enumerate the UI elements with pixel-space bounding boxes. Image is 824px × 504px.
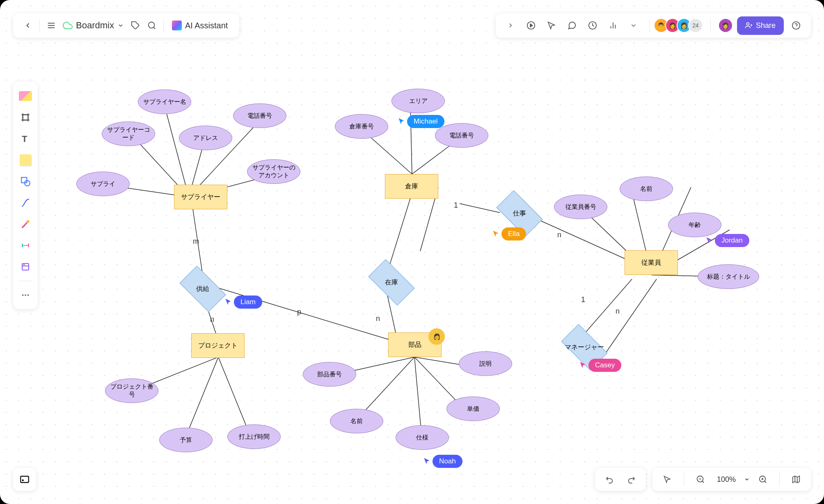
chart-button[interactable]	[605, 17, 621, 34]
zoom-panel: 100%	[652, 468, 811, 491]
back-button[interactable]	[20, 17, 36, 34]
template-tool[interactable]	[16, 258, 34, 276]
entity-supplier[interactable]: サプライヤー	[174, 185, 227, 209]
tag-button[interactable]	[127, 17, 144, 34]
svg-line-37	[153, 27, 155, 29]
entity-project[interactable]: プロジェクト	[191, 333, 245, 358]
attr-launch-time[interactable]: 打上げ時間	[227, 424, 281, 449]
svg-line-31	[606, 279, 657, 353]
entity-employee[interactable]: 従業員	[625, 250, 678, 275]
frame-tool[interactable]	[16, 108, 34, 126]
app-frame: サプライヤー 倉庫 従業員 プロジェクト 部品 供給 仕事 在庫 マネージャー …	[0, 0, 824, 504]
user-avatar-on-canvas: 👩	[428, 328, 445, 345]
rel-stock[interactable]: 在庫	[368, 259, 414, 305]
attr-supplier-code[interactable]: サプライヤーコード	[102, 121, 155, 146]
zoom-in-button[interactable]	[755, 471, 771, 488]
attr-spec[interactable]: 仕様	[396, 425, 449, 450]
avatar-count: 24	[688, 18, 703, 33]
cursor-noah: Noah	[423, 455, 462, 468]
topbar-right: 👨 👩 👩 24 👩 Share	[496, 13, 811, 38]
attr-emp-no[interactable]: 従業員番号	[554, 195, 607, 219]
zoom-out-button[interactable]	[692, 471, 709, 488]
sticky-icon	[20, 154, 31, 166]
attr-address[interactable]: アドレス	[179, 126, 232, 150]
attr-warehouse-no[interactable]: 倉庫番号	[335, 114, 388, 139]
attr-project-no[interactable]: プロジェクト番号	[105, 378, 158, 403]
attr-phone[interactable]: 電話番号	[233, 103, 286, 128]
current-user-avatar[interactable]: 👩	[718, 18, 733, 33]
help-button[interactable]	[788, 17, 804, 34]
text-tool[interactable]: T	[16, 130, 34, 148]
sticky-tool[interactable]	[16, 151, 34, 169]
timer-button[interactable]	[584, 17, 601, 34]
attr-title[interactable]: 标题：タイトル	[698, 264, 759, 289]
svg-point-60	[27, 294, 29, 296]
expand-button[interactable]	[502, 17, 519, 34]
minimap-button[interactable]	[13, 468, 36, 491]
zoom-level[interactable]: 100%	[714, 475, 739, 484]
attr-area[interactable]: エリア	[391, 89, 445, 113]
ai-logo-icon	[172, 21, 182, 30]
ai-assistant-button[interactable]: AI Assistant	[167, 21, 233, 30]
bottom-right-panel: 100%	[595, 468, 811, 491]
undo-redo-panel	[595, 468, 646, 491]
divider	[710, 19, 711, 32]
more-button[interactable]	[625, 17, 642, 34]
svg-rect-57	[23, 264, 25, 265]
attr-supply[interactable]: サプライ	[76, 172, 130, 196]
cursor-tool[interactable]	[543, 17, 560, 34]
avatars[interactable]: 👨 👩 👩 24	[657, 18, 703, 33]
attr-supplier-name[interactable]: サプライヤー名	[138, 89, 191, 114]
map-button[interactable]	[788, 471, 804, 488]
cursor-liam: Liam	[224, 296, 262, 309]
attr-supplier-account[interactable]: サプライヤーのアカウント	[247, 159, 300, 184]
brand-dropdown[interactable]: Boardmix	[60, 20, 127, 31]
share-button[interactable]: Share	[737, 16, 784, 35]
divider	[19, 281, 32, 281]
pen-tool[interactable]	[16, 215, 34, 233]
svg-line-11	[213, 286, 390, 340]
svg-line-14	[387, 193, 412, 275]
attr-unit-price[interactable]: 単価	[446, 396, 500, 421]
divider	[779, 473, 780, 486]
attr-age[interactable]: 年齢	[668, 213, 721, 237]
cursor-ella: Ella	[492, 227, 526, 241]
svg-line-9	[187, 357, 218, 433]
notes-tool[interactable]	[16, 87, 34, 105]
card-one: 1	[454, 201, 458, 210]
notes-icon	[19, 91, 32, 101]
entity-warehouse[interactable]: 倉庫	[385, 174, 438, 199]
card-m: m	[193, 237, 199, 246]
rel-supply[interactable]: 供給	[179, 266, 226, 312]
search-button[interactable]	[144, 17, 160, 34]
attr-desc[interactable]: 説明	[459, 351, 512, 376]
svg-point-53	[25, 181, 30, 186]
attr-pname[interactable]: 名前	[330, 409, 383, 433]
card-n4: n	[616, 307, 620, 316]
connector-tool[interactable]	[16, 194, 34, 212]
select-tool[interactable]	[659, 471, 675, 488]
comment-button[interactable]	[564, 17, 580, 34]
attr-name[interactable]: 名前	[620, 176, 673, 201]
more-tools[interactable]	[16, 286, 34, 304]
svg-line-64	[702, 481, 704, 483]
topbar-left: Boardmix AI Assistant	[13, 13, 239, 38]
divider	[684, 473, 684, 486]
cursor-michael: Michael	[397, 115, 444, 128]
svg-line-18	[460, 204, 500, 213]
menu-button[interactable]	[43, 17, 60, 34]
svg-point-36	[149, 22, 155, 28]
mindmap-tool[interactable]	[16, 236, 34, 254]
undo-button[interactable]	[602, 471, 618, 488]
shape-tool[interactable]	[16, 172, 34, 190]
redo-button[interactable]	[623, 471, 639, 488]
divider	[39, 19, 40, 32]
tool-sidebar: T	[13, 82, 38, 309]
cursor-casey: Casey	[579, 359, 621, 372]
canvas[interactable]: サプライヤー 倉庫 従業員 プロジェクト 部品 供給 仕事 在庫 マネージャー …	[0, 0, 824, 504]
cloud-icon	[63, 21, 73, 30]
cursor-jordan: Jordan	[705, 234, 749, 247]
attr-budget[interactable]: 予算	[159, 428, 213, 452]
attr-part-no[interactable]: 部品番号	[303, 362, 356, 387]
play-button[interactable]	[523, 17, 539, 34]
